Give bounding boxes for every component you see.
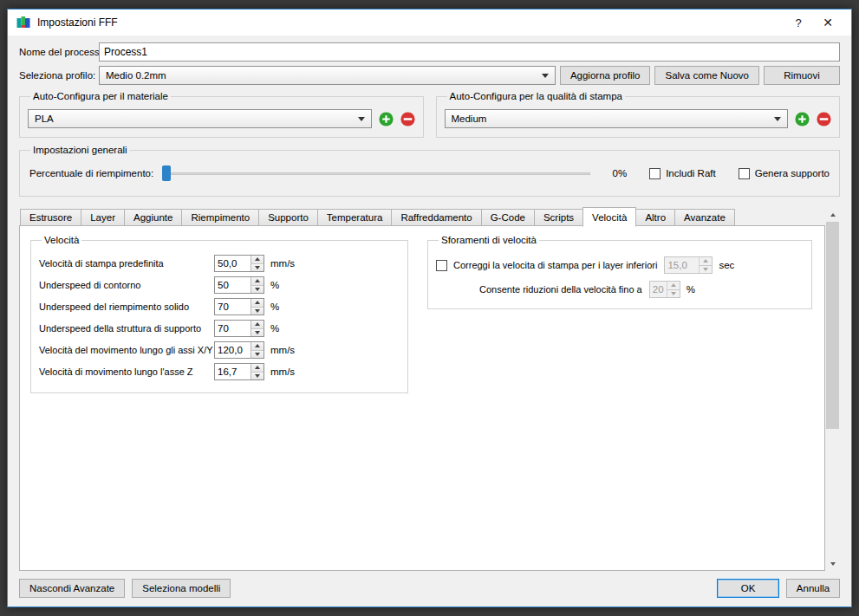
unit-label: % xyxy=(270,302,279,312)
title-bar[interactable]: Impostazioni FFF ? ✕ xyxy=(8,10,851,36)
vertical-scrollbar[interactable] xyxy=(825,207,840,571)
spinner-buttons xyxy=(251,364,264,379)
tab-altro[interactable]: Altro xyxy=(635,209,675,226)
auto-quality-title: Auto-Configura per la qualità di stampa xyxy=(447,91,625,101)
unit-label: % xyxy=(687,284,695,295)
speed-group: Velocità Velocità di stampa predefinita … xyxy=(30,235,408,393)
spin-up-icon[interactable] xyxy=(251,256,264,263)
profile-select[interactable]: Medio 0.2mm xyxy=(99,66,556,85)
speed-reduction-row: Consente riduzioni della velocità fino a… xyxy=(479,281,804,298)
spinner-value: 120,0 xyxy=(215,342,251,358)
tab-supporto[interactable]: Supporto xyxy=(258,209,318,226)
material-select[interactable]: PLA xyxy=(28,109,372,128)
select-models-button[interactable]: Seleziona modelli xyxy=(132,579,231,598)
add-quality-button[interactable] xyxy=(795,112,810,126)
scrollbar-track[interactable] xyxy=(825,222,840,556)
unit-label: sec xyxy=(719,260,734,270)
hide-advanced-button[interactable]: Nascondi Avanzate xyxy=(19,579,125,598)
spin-down-icon[interactable] xyxy=(251,263,264,272)
update-profile-button[interactable]: Aggiorna profilo xyxy=(560,66,651,85)
save-as-new-button[interactable]: Salva come Nuovo xyxy=(654,66,759,85)
scroll-up-button[interactable] xyxy=(825,207,840,222)
tab-raffreddamento[interactable]: Raffreddamento xyxy=(391,209,481,226)
support-underspeed-label: Underspeed della struttura di supporto xyxy=(39,323,214,334)
spin-up-icon[interactable] xyxy=(251,364,264,372)
tab-scripts[interactable]: Scripts xyxy=(534,209,583,226)
xy-movement-speed-label: Velocità del movimento lungo gli assi X/… xyxy=(39,345,214,355)
tab-layer[interactable]: Layer xyxy=(81,209,125,226)
adjust-speed-row: Correggi la velocita di stampa per i lay… xyxy=(436,256,804,274)
outline-underspeed-spinner[interactable]: 50 xyxy=(214,276,264,294)
generate-support-label: Genera supporto xyxy=(755,168,830,178)
spin-up-icon[interactable] xyxy=(251,277,264,285)
tab-riempimento[interactable]: Riempimento xyxy=(181,209,259,226)
general-settings-group: Impostazioni generali Percentuale di rie… xyxy=(19,145,840,197)
spinner-buttons xyxy=(251,256,264,271)
adjust-speed-label: Correggi la velocita di stampa per i lay… xyxy=(453,260,657,270)
spin-up-icon[interactable] xyxy=(251,342,264,350)
include-raft-option: Includi Raft xyxy=(649,168,716,179)
process-name-row: Nome del processo: xyxy=(19,42,840,62)
tab-velocita[interactable]: Velocità xyxy=(582,207,636,227)
solid-infill-underspeed-label: Underspeed del riempimento solido xyxy=(39,302,214,312)
default-print-speed-spinner[interactable]: 50,0 xyxy=(214,255,264,272)
process-name-input[interactable] xyxy=(99,42,840,62)
adjust-speed-spinner: 15,0 xyxy=(664,256,713,274)
include-raft-label: Includi Raft xyxy=(666,168,716,178)
profile-selected-value: Medio 0.2mm xyxy=(106,70,535,81)
chevron-down-icon xyxy=(358,117,365,121)
close-button[interactable]: ✕ xyxy=(813,10,843,35)
unit-label: % xyxy=(270,323,279,334)
settings-tabs: Estrusore Layer Aggiunte Riempimento Sup… xyxy=(20,207,825,226)
adjust-speed-checkbox[interactable] xyxy=(436,260,447,271)
slider-handle[interactable] xyxy=(162,165,171,181)
z-movement-speed-spinner[interactable]: 16,7 xyxy=(214,363,264,380)
scroll-down-button[interactable] xyxy=(825,556,840,571)
tab-aggiunte[interactable]: Aggiunte xyxy=(124,209,182,226)
material-selected-value: PLA xyxy=(35,113,351,124)
auto-material-group: Auto-Configura per il materiale PLA xyxy=(19,91,424,138)
spinner-buttons xyxy=(251,321,264,336)
spinner-value: 70 xyxy=(215,321,251,336)
settings-tab-area: Estrusore Layer Aggiunte Riempimento Sup… xyxy=(19,207,840,571)
spin-down-icon[interactable] xyxy=(251,372,264,380)
remove-quality-button[interactable] xyxy=(817,112,831,126)
quality-select[interactable]: Medium xyxy=(445,109,789,128)
support-underspeed-spinner[interactable]: 70 xyxy=(214,320,264,337)
solid-infill-underspeed-spinner[interactable]: 70 xyxy=(214,298,264,315)
scrollbar-thumb[interactable] xyxy=(826,222,839,429)
spinner-value: 70 xyxy=(215,299,251,314)
spin-up-icon[interactable] xyxy=(251,321,264,328)
tab-estrusore[interactable]: Estrusore xyxy=(20,209,81,226)
unit-label: % xyxy=(270,280,279,290)
infill-slider[interactable] xyxy=(162,165,590,182)
spin-down-icon[interactable] xyxy=(251,328,264,337)
remove-profile-button[interactable]: Rimuovi xyxy=(764,66,840,85)
tab-gcode[interactable]: G-Code xyxy=(481,209,535,226)
xy-movement-speed-spinner[interactable]: 120,0 xyxy=(214,341,264,359)
spinner-buttons xyxy=(251,299,264,314)
cancel-button[interactable]: Annulla xyxy=(786,579,840,598)
generate-support-checkbox[interactable] xyxy=(739,168,750,179)
default-print-speed-row: Velocità di stampa predefinita 50,0 mm/s xyxy=(39,255,400,272)
help-button[interactable]: ? xyxy=(784,10,813,35)
spin-down-icon[interactable] xyxy=(251,350,264,359)
infill-percent-value: 0% xyxy=(597,168,627,178)
include-raft-checkbox[interactable] xyxy=(649,168,661,179)
support-underspeed-row: Underspeed della struttura di supporto 7… xyxy=(39,320,400,337)
velocity-tab-panel: Velocità Velocità di stampa predefinita … xyxy=(19,225,825,571)
spin-up-icon[interactable] xyxy=(251,299,264,307)
add-material-button[interactable] xyxy=(379,112,394,126)
spin-down-icon[interactable] xyxy=(251,285,264,294)
tab-temperatura[interactable]: Temperatura xyxy=(317,209,393,226)
remove-material-button[interactable] xyxy=(400,112,415,126)
speed-group-title: Velocità xyxy=(42,235,81,245)
profile-label: Seleziona profilo: xyxy=(19,70,99,81)
auto-material-title: Auto-Configura per il materiale xyxy=(30,91,171,101)
infill-percentage-label: Percentuale di riempimento: xyxy=(29,168,153,178)
solid-infill-underspeed-row: Underspeed del riempimento solido 70 % xyxy=(39,298,400,315)
tab-avanzate[interactable]: Avanzate xyxy=(674,209,735,226)
spin-down-icon[interactable] xyxy=(251,307,264,315)
ok-button[interactable]: OK xyxy=(717,579,779,598)
speed-reduction-label: Consente riduzioni della velocità fino a xyxy=(479,284,642,295)
